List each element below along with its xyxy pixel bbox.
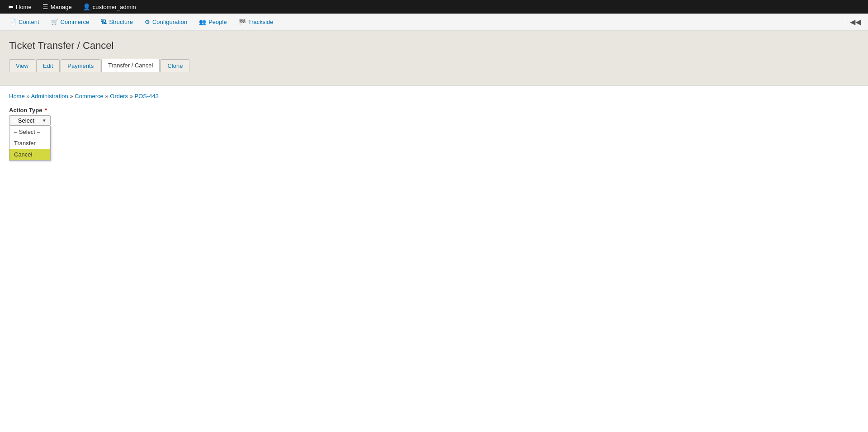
commerce-icon: 🛒: [51, 19, 58, 25]
dropdown-item-select[interactable]: – Select –: [9, 126, 50, 138]
content-nav-item[interactable]: 📄 Content: [4, 14, 45, 30]
breadcrumb-orders[interactable]: Orders: [110, 93, 128, 100]
trackside-nav-item[interactable]: 🏁 Trackside: [233, 14, 279, 30]
content-area: Home » Administration » Commerce » Order…: [0, 85, 868, 356]
manage-label: Manage: [51, 4, 72, 10]
home-icon: ⬅: [8, 3, 14, 10]
action-type-field: Action Type * – Select – ▼ – Select – Tr…: [9, 107, 859, 126]
tab-payments[interactable]: Payments: [61, 59, 100, 72]
trackside-label: Trackside: [248, 19, 274, 25]
action-type-label: Action Type *: [9, 107, 859, 114]
people-icon: 👥: [199, 19, 206, 25]
top-nav: ⬅ Home ☰ Manage 👤 customer_admin: [0, 0, 868, 14]
select-value: – Select –: [13, 117, 39, 124]
people-label: People: [208, 19, 226, 25]
manage-icon: ☰: [42, 3, 48, 10]
action-type-select-container: – Select – ▼ – Select – Transfer Cancel: [9, 115, 51, 126]
home-label: Home: [16, 4, 32, 10]
page-title: Ticket Transfer / Cancel: [9, 40, 859, 52]
user-label: customer_admin: [93, 4, 136, 10]
breadcrumb-home[interactable]: Home: [9, 93, 25, 100]
main-content-header: Ticket Transfer / Cancel View Edit Payme…: [0, 31, 868, 85]
nav-collapse-button[interactable]: ◀◀: [846, 14, 864, 30]
user-nav-item[interactable]: 👤 customer_admin: [78, 0, 141, 14]
breadcrumb: Home » Administration » Commerce » Order…: [9, 93, 859, 100]
tab-transfer-cancel[interactable]: Transfer / Cancel: [101, 59, 160, 72]
manage-nav-item[interactable]: ☰ Manage: [38, 0, 76, 14]
commerce-nav-item[interactable]: 🛒 Commerce: [46, 14, 95, 30]
tab-clone[interactable]: Clone: [160, 59, 189, 72]
action-type-select-button[interactable]: – Select – ▼: [9, 115, 51, 126]
home-nav-item[interactable]: ⬅ Home: [4, 0, 36, 14]
dropdown-arrow-icon: ▼: [42, 118, 47, 123]
configuration-label: Configuration: [152, 19, 187, 25]
dropdown-item-transfer[interactable]: Transfer: [9, 138, 50, 149]
breadcrumb-administration[interactable]: Administration: [31, 93, 68, 100]
people-nav-item[interactable]: 👥 People: [193, 14, 232, 30]
trackside-icon: 🏁: [239, 19, 246, 25]
content-label: Content: [19, 19, 39, 25]
configuration-icon: ⚙: [145, 19, 150, 25]
collapse-icon: ◀◀: [850, 18, 861, 26]
commerce-label: Commerce: [61, 19, 90, 25]
structure-icon: 🏗: [101, 19, 107, 25]
tab-edit[interactable]: Edit: [36, 59, 60, 72]
required-indicator: *: [45, 107, 47, 114]
configuration-nav-item[interactable]: ⚙ Configuration: [139, 14, 193, 30]
breadcrumb-pos443[interactable]: POS-443: [135, 93, 159, 100]
sec-nav: 📄 Content 🛒 Commerce 🏗 Structure ⚙ Confi…: [0, 14, 868, 31]
tab-view[interactable]: View: [9, 59, 35, 72]
breadcrumb-commerce[interactable]: Commerce: [75, 93, 104, 100]
structure-label: Structure: [109, 19, 133, 25]
user-icon: 👤: [83, 3, 90, 10]
tabs: View Edit Payments Transfer / Cancel Clo…: [9, 59, 859, 72]
content-icon: 📄: [9, 19, 16, 25]
action-type-dropdown: – Select – Transfer Cancel: [9, 126, 51, 161]
structure-nav-item[interactable]: 🏗 Structure: [95, 14, 138, 30]
dropdown-item-cancel[interactable]: Cancel: [9, 149, 50, 160]
